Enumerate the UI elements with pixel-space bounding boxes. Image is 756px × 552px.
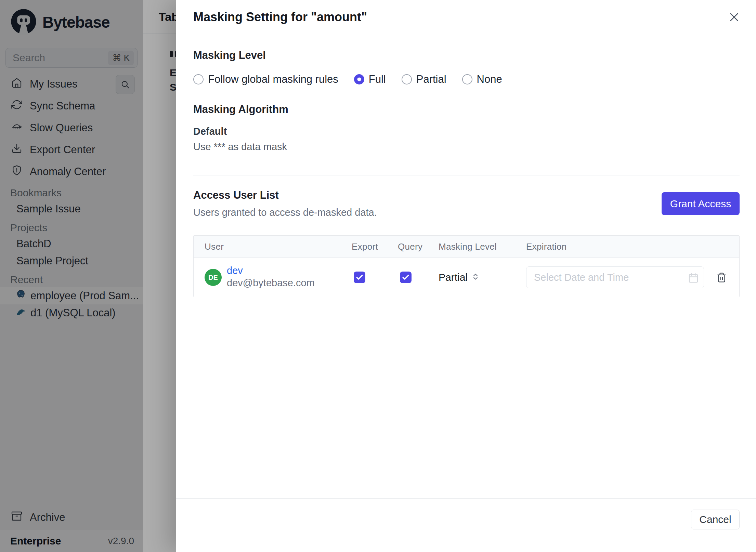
- modal-title: Masking Setting for "amount": [193, 10, 367, 24]
- avatar: DE: [205, 269, 222, 286]
- col-user: User: [205, 241, 352, 252]
- masking-level-radio-group: Follow global masking rules Full Partial…: [193, 73, 740, 86]
- radio-label: Follow global masking rules: [208, 73, 338, 86]
- access-user-table: User Export Query Masking Level Expirati…: [193, 235, 740, 297]
- masking-level-heading: Masking Level: [193, 49, 740, 62]
- expiration-datepicker[interactable]: [526, 266, 704, 288]
- query-checkbox-checked[interactable]: [400, 272, 412, 283]
- radio-label: None: [477, 73, 502, 86]
- calendar-icon: [688, 272, 699, 285]
- algorithm-description: Use *** as data mask: [193, 141, 740, 153]
- col-query: Query: [398, 241, 439, 252]
- modal-backdrop[interactable]: [0, 0, 143, 552]
- access-user-list-header: Access User List Users granted to access…: [193, 189, 740, 218]
- masking-level-value: Partial: [439, 272, 468, 283]
- col-masking-level: Masking Level: [439, 241, 526, 252]
- close-icon[interactable]: [726, 9, 742, 25]
- radio-circle-checked-icon[interactable]: [354, 74, 364, 84]
- algorithm-name: Default: [193, 126, 740, 137]
- radio-circle-icon[interactable]: [462, 74, 472, 84]
- access-user-list-heading: Access User List: [193, 189, 377, 201]
- radio-label: Partial: [416, 73, 446, 86]
- radio-none[interactable]: None: [462, 73, 502, 86]
- radio-full[interactable]: Full: [354, 73, 386, 86]
- masking-algorithm-heading: Masking Algorithm: [193, 103, 740, 116]
- modal-footer: Cancel: [176, 498, 756, 552]
- col-export: Export: [352, 241, 398, 252]
- query-cell: [398, 272, 439, 283]
- radio-circle-icon[interactable]: [193, 74, 204, 84]
- user-name-link[interactable]: dev: [227, 265, 315, 276]
- user-cell: DE dev dev@bytebase.com: [205, 265, 352, 289]
- grant-access-button[interactable]: Grant Access: [662, 192, 740, 215]
- expiration-cell: [526, 266, 739, 288]
- cancel-button[interactable]: Cancel: [691, 510, 740, 529]
- access-user-list-subtitle: Users granted to access de-masked data.: [193, 207, 377, 218]
- export-cell: [352, 272, 398, 283]
- export-checkbox-checked[interactable]: [354, 272, 365, 283]
- user-email: dev@bytebase.com: [227, 277, 315, 290]
- expiration-input[interactable]: [533, 272, 678, 284]
- chevron-up-down-icon: [471, 272, 480, 282]
- delete-row-button[interactable]: [716, 272, 727, 283]
- radio-partial[interactable]: Partial: [402, 73, 446, 86]
- radio-label: Full: [369, 73, 386, 86]
- modal-backdrop-strip[interactable]: [143, 0, 176, 552]
- modal-header: Masking Setting for "amount": [176, 0, 756, 34]
- table-row: DE dev dev@bytebase.com: [194, 258, 739, 297]
- modal-body: Masking Level Follow global masking rule…: [176, 34, 756, 498]
- masking-level-select[interactable]: Partial: [439, 272, 526, 283]
- table-header-row: User Export Query Masking Level Expirati…: [194, 236, 739, 258]
- radio-circle-icon[interactable]: [402, 74, 412, 84]
- col-expiration: Expiration: [526, 241, 739, 252]
- masking-setting-modal: Masking Setting for "amount" Masking Lev…: [176, 0, 756, 552]
- radio-follow-global-rules[interactable]: Follow global masking rules: [193, 73, 338, 86]
- section-divider: [193, 175, 740, 175]
